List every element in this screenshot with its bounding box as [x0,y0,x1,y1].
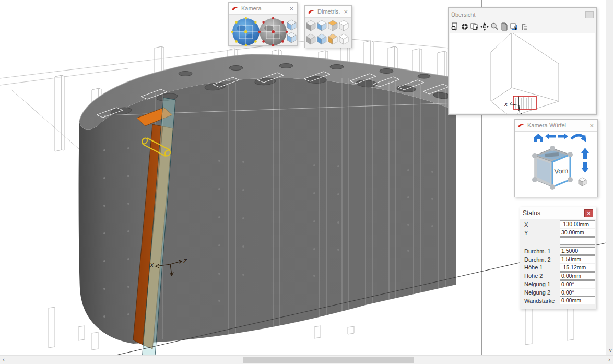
uebersicht-panel-button[interactable] [585,11,594,18]
status-row [520,237,596,245]
horizontal-scroll-thumb[interactable] [243,357,414,363]
rotate-right-icon[interactable] [558,133,568,139]
navigation-cube[interactable]: Vorn [532,146,573,190]
scroll-left-arrow[interactable]: ‹ [3,356,5,362]
axis-label-x: X [149,262,154,268]
kamera-wuerfel-title: Kamera-Würfel [527,122,586,128]
rotate-up-icon[interactable] [581,148,589,159]
dimetric-view-button[interactable] [339,34,348,44]
app-logo-icon [308,9,315,14]
cad-application-window: { "panels": { "kamera": { "title": "Kame… [0,0,613,364]
status-input-neigung2[interactable]: 0.00° [560,289,595,297]
dimetris-title: Dimetris... [317,8,340,15]
kamera-palette[interactable]: Kamera × [228,2,298,46]
document-icon[interactable] [500,22,509,31]
overview-selection-rect [513,96,536,109]
uebersicht-preview[interactable]: X y [450,33,595,113]
kamera-title: Kamera [241,5,286,11]
small-cube-icon[interactable] [579,178,586,186]
zoom-document-icon[interactable] [451,22,459,31]
rotate-down-icon[interactable] [581,162,589,173]
camera-sphere-orthographic[interactable] [258,17,288,46]
status-row: X-130.00mm [520,220,596,229]
kamera-wuerfel-panel[interactable]: Kamera-Würfel × [514,119,598,197]
scroll-down-arrow[interactable]: ˅ [609,348,612,354]
status-row: Durchm. 21.50mm [520,255,596,264]
status-titlebar[interactable]: Status x [520,207,596,219]
kamera-wuerfel-close-icon[interactable]: × [588,122,595,129]
world-crosshair-icon[interactable] [461,22,469,31]
camera-view-cube-1[interactable] [287,20,296,30]
overview-axis-label-x: X [504,102,508,107]
dimetric-view-button[interactable] [306,20,315,31]
kamera-wuerfel-titlebar[interactable]: Kamera-Würfel × [515,120,597,132]
dimetric-view-button[interactable] [339,20,348,31]
dimetric-view-button[interactable] [317,34,326,44]
scroll-right-arrow[interactable]: › [608,356,610,362]
status-input-x[interactable]: -130.00mm [560,220,595,228]
vertical-scrollbar[interactable] [606,0,613,356]
camera-view-cube-2[interactable] [287,32,296,43]
status-row: Höhe 1-15.12mm [520,263,596,272]
rotate-left-icon[interactable] [545,133,556,139]
uebersicht-toolbar [449,21,596,32]
overview-model: X y [504,96,536,114]
dimetric-view-button[interactable] [317,20,326,31]
rotate-corner-icon[interactable] [571,135,586,142]
app-logo-icon [517,123,525,128]
dimetris-close-icon[interactable]: × [343,8,349,15]
status-input-empty[interactable] [560,237,595,245]
flag-settings-icon[interactable] [520,22,528,31]
status-row: Höhe 20.00mm [520,272,596,280]
status-input-hoehe2[interactable]: 0.00mm [560,272,595,280]
uebersicht-title: Übersicht [451,11,583,18]
camera-sphere-perspective[interactable] [231,17,261,46]
cube-front-label: Vorn [554,167,568,175]
status-input-y[interactable]: 30.00mm [560,229,595,237]
status-input-wandstaerke[interactable]: 0.00mm [560,297,595,304]
zoom-icon[interactable] [490,22,499,31]
pan-view-icon[interactable] [480,22,489,31]
status-input-neigung1[interactable]: 0.00° [560,280,595,288]
status-row: Durchm. 11.5000 [520,247,596,255]
status-input-durchm2[interactable]: 1.50mm [560,255,595,263]
dimetric-view-button[interactable] [306,34,315,44]
dimetris-palette[interactable]: Dimetris... × [304,5,352,48]
status-input-durchm1[interactable]: 1.5000 [560,247,595,255]
home-view-icon[interactable] [534,134,543,142]
kamera-titlebar[interactable]: Kamera × [229,3,297,15]
dimetris-titlebar[interactable]: Dimetris... × [305,6,351,18]
axis-label-z: Z [183,258,187,264]
status-input-hoehe1[interactable]: -15.12mm [560,264,595,272]
app-logo-icon [231,6,239,11]
status-rows: X-130.00mm Y30.00mm Durchm. 11.5000 Durc… [520,219,596,309]
status-row: Neigung 10.00° [520,280,596,288]
solid-front-face[interactable] [79,78,456,344]
status-row: Wandstärke0.00mm [520,297,596,305]
overview-box-wireframe [491,33,559,114]
uebersicht-titlebar[interactable]: Übersicht [449,8,596,21]
status-close-button[interactable]: x [584,209,593,217]
horizontal-scrollbar[interactable]: ‹ › [0,355,613,364]
overview-axis-cross [510,102,522,114]
kamera-close-icon[interactable]: × [288,5,294,12]
status-row: Y30.00mm [520,229,596,237]
status-panel[interactable]: Status x X-130.00mm Y30.00mm Durchm. 11.… [520,207,596,309]
dimetric-view-button[interactable] [328,20,337,31]
status-title: Status [523,209,582,217]
uebersicht-panel[interactable]: Übersicht [448,7,597,115]
dimetric-view-button[interactable] [328,34,337,44]
copy-view-icon[interactable] [470,22,479,31]
status-row: Neigung 20.00° [520,288,596,297]
arrange-views-icon[interactable] [510,22,518,31]
